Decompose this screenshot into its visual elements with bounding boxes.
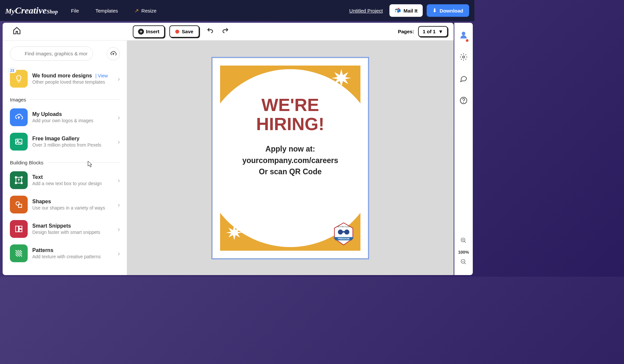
avatar-icon[interactable] (459, 31, 468, 41)
card-title: Text (32, 174, 118, 180)
save-button[interactable]: Save (169, 25, 199, 38)
undo-button[interactable] (207, 27, 214, 36)
redo-button[interactable] (222, 27, 229, 36)
svg-point-19 (344, 230, 349, 235)
card-sub: Design faster with smart snippets (32, 230, 118, 235)
svg-rect-20 (342, 231, 345, 233)
svg-rect-12 (19, 226, 22, 229)
download-label: Download (440, 8, 463, 14)
chevron-right-icon: › (118, 75, 120, 83)
card-title: We found more designs | View (32, 73, 118, 79)
brand-logo: MyCreativeShop (5, 5, 58, 16)
svg-marker-15 (226, 225, 242, 240)
upload-button[interactable] (107, 47, 120, 60)
card-sub: Add texture with creative patterns (32, 254, 118, 259)
svg-point-18 (338, 230, 343, 235)
card-title: Shapes (32, 199, 118, 205)
card-sub: Over 3 million photos from Pexels (32, 142, 118, 148)
pages-label: Pages: (398, 29, 414, 34)
menu-file[interactable]: File (71, 8, 79, 14)
canvas-scroll[interactable]: WE'RE HIRING! Apply now at: yourcompany.… (127, 41, 454, 275)
chevron-right-icon: › (118, 138, 120, 146)
chevron-down-icon: ▼ (438, 29, 443, 34)
svg-line-27 (465, 241, 466, 243)
help-icon[interactable] (460, 97, 468, 106)
settings-icon[interactable] (460, 53, 468, 63)
mail-it-button[interactable]: 📬 Mail It (389, 4, 423, 17)
page-selection[interactable]: WE'RE HIRING! Apply now at: yourcompany.… (212, 57, 369, 259)
chevron-right-icon: › (118, 201, 120, 209)
chevron-right-icon: › (118, 250, 120, 257)
card-title: Smart Snippets (32, 223, 118, 229)
sidebar-item-uploads[interactable]: My Uploads Add your own logos & images › (10, 105, 120, 129)
canvas-toolbar: + Insert Save Pages: 1 of 1 ▼ (127, 23, 454, 41)
search-row (3, 41, 127, 67)
card-title: My Uploads (32, 111, 118, 117)
card-sub: Use our shapes in a variety of ways (32, 205, 118, 210)
sidebar-item-text[interactable]: Text Add a new text box to your design › (10, 168, 120, 192)
starburst-icon (226, 224, 242, 241)
sidebar-item-shapes[interactable]: Shapes Use our shapes in a variety of wa… (10, 192, 120, 217)
unsaved-dot-icon (175, 30, 179, 34)
canvas-area: + Insert Save Pages: 1 of 1 ▼ (127, 23, 454, 275)
svg-point-9 (16, 202, 19, 205)
svg-point-22 (462, 32, 466, 35)
zoom-out-button[interactable] (460, 259, 467, 267)
menu-resize[interactable]: ↗ Resize (134, 8, 156, 14)
plus-icon: + (138, 29, 144, 35)
svg-point-8 (21, 182, 22, 184)
sidebar-item-snippets[interactable]: Smart Snippets Design faster with smart … (10, 217, 120, 241)
logo-badge[interactable]: MOTORCYCLES FREEDOM (332, 222, 355, 245)
header-bar: MyCreativeShop File Templates ↗ Resize U… (0, 0, 474, 21)
insert-button[interactable]: + Insert (133, 25, 165, 38)
sidebar-item-patterns[interactable]: Patterns Add texture with creative patte… (10, 241, 120, 266)
pages-dropdown[interactable]: 1 of 1 ▼ (418, 26, 448, 37)
card-title: Free Image Gallery (32, 136, 118, 142)
headline-text[interactable]: WE'RE HIRING! (220, 95, 360, 134)
svg-text:FREEDOM: FREEDOM (338, 238, 350, 240)
sidebar-item-gallery[interactable]: Free Image Gallery Over 3 million photos… (10, 129, 120, 154)
svg-rect-13 (19, 229, 22, 232)
project-name[interactable]: Untitled Project (349, 8, 383, 14)
menu-templates[interactable]: Templates (96, 8, 118, 14)
mail-icon: 📬 (395, 8, 401, 14)
designs-badge: 23 (8, 68, 16, 73)
resize-icon: ↗ (134, 8, 139, 14)
view-link[interactable]: | View (96, 73, 108, 78)
sidebar-item-designs[interactable]: 23 We found more designs | View Other pe… (10, 67, 120, 91)
svg-line-31 (465, 263, 466, 264)
zoom-in-button[interactable] (460, 237, 467, 246)
svg-text:MOTORCYCLES: MOTORCYCLES (337, 226, 350, 228)
chevron-right-icon: › (118, 225, 120, 233)
card-sub: Add your own logos & images (32, 118, 118, 123)
card-sub: Other people loved these templates (32, 79, 118, 85)
chat-icon[interactable] (460, 75, 468, 85)
svg-point-5 (15, 177, 16, 178)
mail-label: Mail It (404, 8, 418, 14)
chevron-right-icon: › (118, 114, 120, 121)
search-input[interactable] (10, 46, 93, 61)
svg-point-25 (464, 102, 464, 103)
svg-marker-14 (331, 69, 351, 87)
card-title: Patterns (32, 247, 118, 253)
svg-point-7 (15, 182, 16, 184)
svg-rect-11 (15, 226, 18, 232)
right-rail: 100% (454, 23, 473, 275)
design-page[interactable]: WE'RE HIRING! Apply now at: yourcompany.… (213, 58, 368, 258)
menu-resize-label: Resize (141, 8, 156, 14)
svg-point-23 (463, 56, 465, 58)
svg-point-6 (21, 177, 22, 178)
section-blocks: Building Blocks (10, 160, 120, 165)
section-images: Images (10, 97, 120, 102)
sidebar: 23 We found more designs | View Other pe… (3, 23, 127, 275)
card-sub: Add a new text box to your design (32, 181, 118, 186)
body-text[interactable]: Apply now at: yourcompany.com/careers Or… (220, 143, 360, 178)
zoom-level: 100% (458, 250, 469, 255)
download-icon: ⬇ (433, 8, 437, 14)
home-icon[interactable] (13, 26, 21, 37)
chevron-right-icon: › (118, 177, 120, 184)
download-button[interactable]: ⬇ Download (427, 4, 469, 17)
starburst-icon (331, 68, 351, 88)
home-row (3, 23, 127, 41)
